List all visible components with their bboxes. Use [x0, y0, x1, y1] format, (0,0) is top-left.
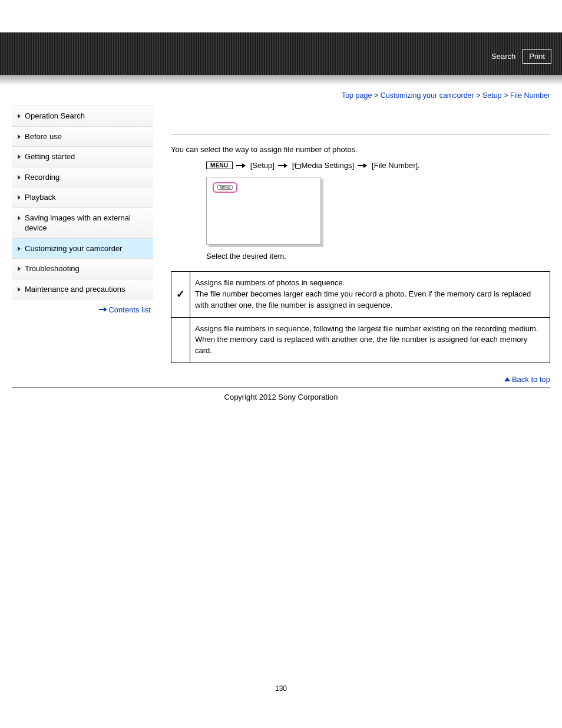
step-1: MENU [Setup] [Media Settings] [File Numb… — [171, 161, 550, 170]
sidebar-item-playback[interactable]: Playback — [12, 187, 153, 208]
divider — [171, 134, 550, 134]
copyright-text: Copyright 2012 Sony Corporation — [0, 388, 562, 425]
path-setup: [Setup] — [250, 161, 275, 170]
breadcrumb-top[interactable]: Top page — [342, 91, 372, 100]
breadcrumb-sub[interactable]: Setup — [482, 91, 502, 100]
sidebar-item-operation-search[interactable]: Operation Search — [12, 106, 153, 127]
menu-chip-highlight: MENU — [213, 182, 237, 193]
sidebar-item-maintenance[interactable]: Maintenance and precautions — [12, 279, 153, 300]
sidebar-list: Operation Search Before use Getting star… — [12, 106, 153, 299]
breadcrumb-current: File Number — [510, 91, 550, 100]
search-button[interactable]: Search — [485, 49, 517, 64]
header-shadow — [0, 75, 562, 85]
arrow-right-icon — [278, 163, 289, 169]
content: You can select the way to assign file nu… — [171, 106, 550, 363]
path-media: [Media Settings] — [292, 161, 354, 170]
breadcrumb-sep: > — [504, 91, 510, 100]
triangle-up-icon — [504, 377, 510, 381]
option-description: Assigns file numbers in sequence, follow… — [190, 317, 550, 363]
header-buttons: Search Print — [485, 49, 551, 64]
path-media-label: Media Settings] — [301, 161, 354, 170]
option-row: Assigns file numbers in sequence, follow… — [171, 317, 550, 363]
step-2: Select the desired item. — [171, 252, 550, 261]
options-table: ✓ Assigns file numbers of photos in sequ… — [171, 271, 550, 363]
contents-list-link-wrap: Contents list — [12, 299, 153, 314]
option-check-icon: ✓ — [171, 272, 190, 318]
page-number: 130 — [0, 425, 562, 704]
option-row: ✓ Assigns file numbers of photos in sequ… — [171, 272, 550, 318]
print-button[interactable]: Print — [523, 49, 551, 64]
back-to-top-wrap: Back to top — [0, 375, 550, 384]
sidebar-item-recording[interactable]: Recording — [12, 167, 153, 188]
sidebar-item-saving-images[interactable]: Saving images with an external device — [12, 208, 153, 239]
sidebar: Operation Search Before use Getting star… — [12, 106, 153, 363]
header-bar: Search Print — [0, 32, 562, 75]
breadcrumb-category[interactable]: Customizing your camcorder — [381, 91, 474, 100]
arrow-right-icon — [236, 163, 247, 169]
menu-path: MENU [Setup] [Media Settings] [File Numb… — [206, 161, 550, 170]
breadcrumb-sep: > — [374, 91, 381, 100]
arrow-right-icon — [99, 307, 107, 312]
menu-chip-label: MENU — [217, 185, 233, 190]
intro-text: You can select the way to assign file nu… — [171, 145, 550, 154]
media-icon — [294, 163, 301, 169]
path-file-number: [File Number]. — [372, 161, 420, 170]
sidebar-item-getting-started[interactable]: Getting started — [12, 147, 153, 167]
contents-list-link[interactable]: Contents list — [108, 305, 151, 314]
arrow-right-icon — [358, 163, 368, 169]
option-description: Assigns file numbers of photos in sequen… — [190, 272, 550, 318]
breadcrumb-sep: > — [476, 91, 482, 100]
back-to-top-link[interactable]: Back to top — [512, 375, 550, 384]
screen-illustration: MENU — [206, 177, 321, 245]
option-check-empty — [171, 317, 190, 363]
sidebar-item-troubleshooting[interactable]: Troubleshooting — [12, 259, 153, 279]
sidebar-item-before-use[interactable]: Before use — [12, 127, 153, 147]
sidebar-item-customizing[interactable]: Customizing your camcorder — [12, 239, 153, 259]
menu-button-icon: MENU — [206, 162, 233, 169]
